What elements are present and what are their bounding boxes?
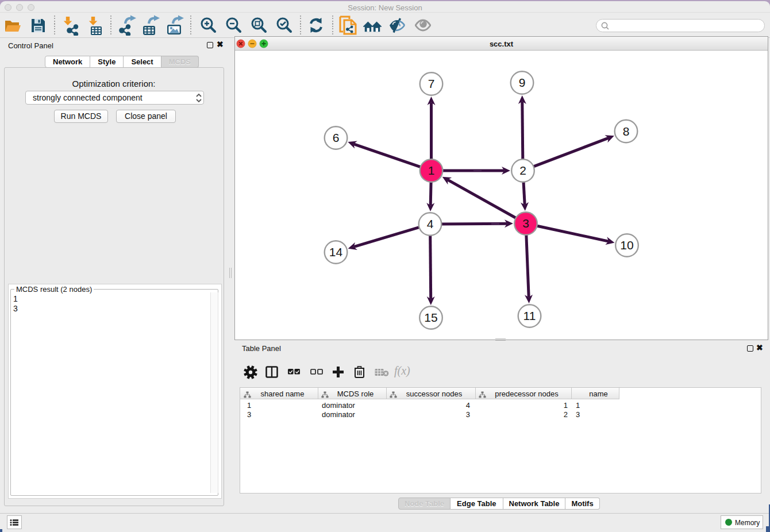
svg-text:15: 15 — [424, 311, 437, 324]
svg-text:1: 1 — [428, 164, 435, 177]
svg-text:2: 2 — [519, 164, 526, 177]
svg-text:7: 7 — [428, 77, 435, 90]
svg-text:11: 11 — [523, 309, 536, 322]
svg-text:9: 9 — [519, 76, 526, 89]
svg-text:10: 10 — [620, 238, 633, 252]
svg-text:8: 8 — [623, 125, 630, 138]
svg-text:14: 14 — [329, 245, 343, 259]
svg-text:6: 6 — [333, 131, 340, 144]
svg-text:4: 4 — [427, 217, 434, 230]
svg-text:3: 3 — [522, 217, 529, 230]
